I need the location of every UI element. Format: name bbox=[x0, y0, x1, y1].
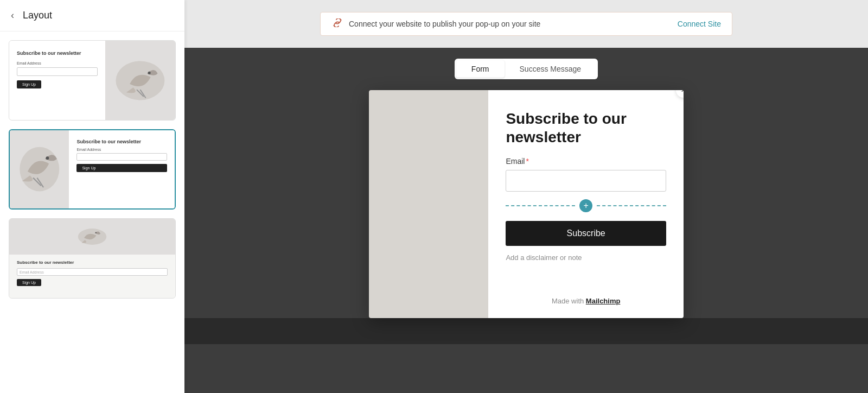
layout-card-1[interactable]: Subscribe to our newsletter Email Addres… bbox=[9, 40, 176, 121]
tab-success-message[interactable]: Success Message bbox=[505, 60, 597, 78]
layout-list: Subscribe to our newsletter Email Addres… bbox=[0, 31, 184, 393]
tab-form[interactable]: Form bbox=[456, 60, 505, 78]
tab-switcher: Form Success Message bbox=[455, 59, 598, 79]
popup-close-button[interactable]: × bbox=[676, 90, 684, 98]
connect-site-button[interactable]: Connect Site bbox=[678, 20, 721, 28]
popup-heading: Subscribe to our newsletter bbox=[506, 110, 666, 146]
lc2-signup-btn: Sign Up bbox=[76, 164, 167, 172]
layout-card-2[interactable]: Subscribe to our newsletter Email Addres… bbox=[9, 129, 176, 210]
email-input[interactable] bbox=[506, 170, 666, 192]
lc2-image-area bbox=[10, 130, 69, 208]
canvas-area: Form Success Message × Subscribe to our … bbox=[184, 48, 868, 393]
bird-icon bbox=[16, 138, 63, 200]
back-button[interactable]: ‹ bbox=[11, 10, 14, 21]
topbar-message: Connect your website to publish your pop… bbox=[349, 20, 540, 28]
lc2-email-label: Email Address bbox=[76, 148, 167, 151]
divider-line-left bbox=[506, 205, 575, 206]
mailchimp-link[interactable]: Mailchimp bbox=[586, 297, 621, 305]
lc3-email-input: Email Address bbox=[17, 268, 168, 276]
lc1-text-area: Subscribe to our newsletter Email Addres… bbox=[9, 41, 105, 120]
lc2-text-area: Subscribe to our newsletter Email Addres… bbox=[69, 130, 175, 208]
lc3-image-area bbox=[9, 219, 175, 255]
lc1-email-input bbox=[17, 67, 98, 76]
svg-point-9 bbox=[95, 232, 97, 233]
lc3-text-area: Subscribe to our newsletter Email Addres… bbox=[9, 255, 175, 298]
sidebar-title: Layout bbox=[23, 10, 52, 21]
topbar: Connect your website to publish your pop… bbox=[320, 12, 732, 36]
add-field-divider: + bbox=[506, 199, 666, 212]
lc1-title: Subscribe to our newsletter bbox=[17, 50, 98, 57]
lc2-title: Subscribe to our newsletter bbox=[76, 139, 167, 144]
made-with-text: Made with Mailchimp bbox=[506, 297, 666, 305]
email-field-label: Email * bbox=[506, 157, 666, 166]
divider-line-right bbox=[597, 205, 666, 206]
lc1-email-label: Email Address bbox=[17, 61, 98, 65]
topbar-left: Connect your website to publish your pop… bbox=[331, 18, 540, 30]
main-area: Connect your website to publish your pop… bbox=[184, 0, 868, 393]
lc3-title: Subscribe to our newsletter bbox=[17, 260, 168, 265]
lc3-signup-btn: Sign Up bbox=[17, 279, 41, 286]
bird-icon bbox=[76, 226, 108, 248]
link-broken-icon bbox=[331, 18, 343, 30]
lc1-signup-btn: Sign Up bbox=[17, 80, 41, 88]
lc2-email-input bbox=[76, 153, 167, 161]
lc1-image-area bbox=[105, 41, 175, 120]
sidebar: ‹ Layout Subscribe to our newsletter Ema… bbox=[0, 0, 184, 393]
disclaimer-text[interactable]: Add a disclaimer or note bbox=[506, 253, 666, 262]
popup-modal: × Subscribe to our newsletter Email * + … bbox=[369, 90, 684, 318]
layout-card-3[interactable]: Subscribe to our newsletter Email Addres… bbox=[9, 218, 176, 299]
sidebar-header: ‹ Layout bbox=[0, 0, 184, 31]
required-star: * bbox=[526, 157, 528, 166]
svg-point-1 bbox=[148, 71, 151, 74]
bird-icon bbox=[112, 49, 168, 112]
bottom-strip bbox=[184, 318, 868, 344]
add-field-button[interactable]: + bbox=[579, 199, 592, 212]
topbar-wrapper: Connect your website to publish your pop… bbox=[184, 0, 868, 48]
popup-image-panel bbox=[369, 90, 488, 318]
popup-form-panel: × Subscribe to our newsletter Email * + … bbox=[488, 90, 684, 318]
svg-point-5 bbox=[46, 157, 49, 160]
subscribe-button[interactable]: Subscribe bbox=[506, 221, 666, 246]
